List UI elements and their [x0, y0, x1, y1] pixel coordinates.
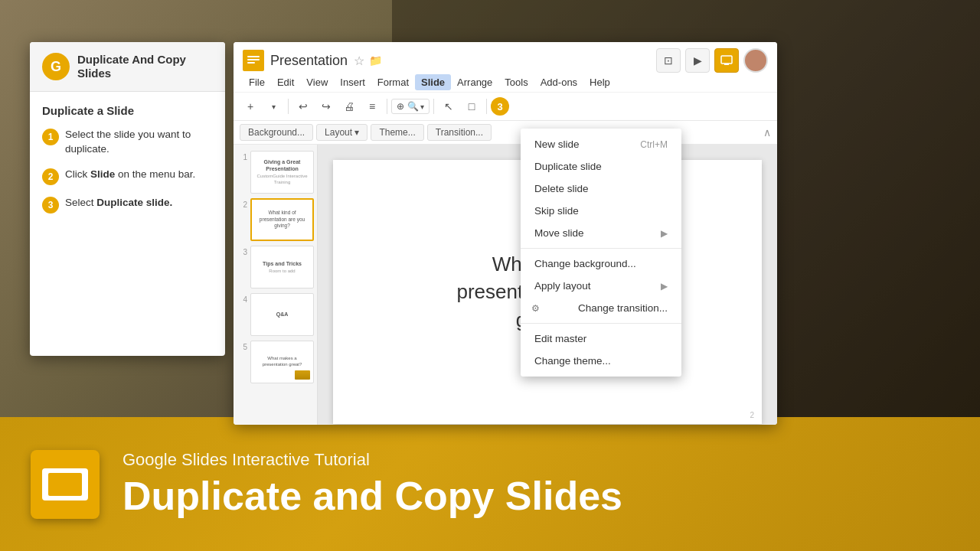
duplicate-slide-label: Duplicate slide — [534, 161, 602, 172]
menu-view[interactable]: View — [300, 74, 334, 90]
change-transition-label: Change transition... — [578, 302, 668, 314]
step-badge-3: 3 — [42, 197, 59, 214]
toolbar-sep-3 — [433, 99, 434, 114]
format-btn[interactable]: ≡ — [361, 96, 383, 117]
slides-window: Presentation ☆ 📁 ⊡ ▶ File Edit View Inse… — [234, 42, 777, 425]
share-button[interactable]: ▶ — [685, 48, 710, 73]
bottom-banner: Google Slides Interactive Tutorial Dupli… — [0, 417, 980, 551]
slide-thumb-2: 2 What kind of presentation are you givi… — [237, 198, 314, 241]
menu-slide[interactable]: Slide — [415, 74, 451, 90]
window-controls: ⊡ ▶ — [656, 48, 768, 73]
svg-rect-3 — [247, 62, 255, 64]
slide-page-number: 2 — [750, 411, 754, 419]
menu-item-change-theme[interactable]: Change theme... — [521, 350, 681, 372]
menu-file[interactable]: File — [243, 74, 271, 90]
banner-icon — [31, 450, 100, 519]
slide-num-5: 5 — [237, 343, 247, 351]
svg-rect-5 — [724, 64, 729, 65]
step-text-1: Select the slide you want to duplicate. — [65, 128, 213, 157]
slide-thumb-inner-5[interactable]: What makes a presentation great? — [250, 341, 314, 383]
step-badge-2: 2 — [42, 168, 59, 185]
change-bg-label: Change background... — [534, 258, 636, 269]
menu-item-delete-slide[interactable]: Delete slide — [521, 178, 681, 200]
menu-item-edit-master[interactable]: Edit master — [521, 328, 681, 350]
folder-icon[interactable]: 📁 — [369, 54, 382, 67]
doc-icon — [243, 50, 264, 71]
new-slide-shortcut: Ctrl+M — [640, 139, 668, 150]
new-slide-label: New slide — [534, 139, 580, 150]
banner-text: Google Slides Interactive Tutorial Dupli… — [122, 450, 622, 518]
sidebar-section-title: Duplicate a Slide — [42, 104, 213, 117]
theme-btn[interactable]: Theme... — [371, 124, 423, 141]
menu-format[interactable]: Format — [371, 74, 415, 90]
slide-thumb-inner-1[interactable]: Giving a Great Presentation CustomGuide … — [250, 151, 314, 194]
banner-subtitle: Google Slides Interactive Tutorial — [122, 450, 622, 470]
undo-btn[interactable]: ↩ — [292, 96, 314, 117]
menu-edit[interactable]: Edit — [271, 74, 300, 90]
slide-num-3: 3 — [237, 248, 247, 256]
secondary-toolbar: Background... Layout ▾ Theme... Transiti… — [234, 121, 777, 145]
slide-num-2: 2 — [237, 201, 247, 209]
svg-rect-1 — [247, 56, 260, 57]
slide-thumb-5: 5 What makes a presentation great? — [237, 341, 314, 383]
step-text-2: Click Slide on the menu bar. — [65, 168, 195, 182]
star-icon[interactable]: ☆ — [354, 54, 364, 68]
svg-rect-7 — [48, 473, 82, 496]
cursor-btn[interactable]: ↖ — [438, 96, 459, 117]
slide-thumb-inner-3[interactable]: Tips and Tricks Room to add — [250, 246, 314, 289]
menu-insert[interactable]: Insert — [334, 74, 371, 90]
apply-layout-arrow: ▶ — [661, 281, 668, 292]
edit-master-label: Edit master — [534, 333, 586, 344]
sidebar-logo: G — [42, 53, 70, 80]
sidebar-title: Duplicate And Copy Slides — [77, 53, 186, 80]
slide-5-image — [295, 370, 310, 380]
move-slide-arrow: ▶ — [661, 228, 668, 239]
zoom-dropdown: ▾ — [420, 103, 424, 111]
slide-num-1: 1 — [237, 153, 247, 161]
textbox-btn[interactable]: □ — [461, 96, 482, 117]
slide-thumb-1: 1 Giving a Great Presentation CustomGuid… — [237, 151, 314, 194]
sidebar-step-2: 2 Click Slide on the menu bar. — [42, 168, 213, 185]
delete-slide-label: Delete slide — [534, 183, 589, 194]
sidebar-header: G Duplicate And Copy Slides — [30, 42, 225, 92]
step-text-3: Select Duplicate slide. — [65, 196, 172, 210]
menu-help[interactable]: Help — [583, 74, 616, 90]
step-3-toolbar-badge: 3 — [491, 97, 509, 116]
new-slide-btn[interactable]: + — [240, 96, 261, 117]
menu-tools[interactable]: Tools — [498, 74, 534, 90]
move-slide-label: Move slide — [534, 227, 584, 239]
banner-title: Duplicate and Copy Slides — [122, 474, 622, 518]
user-avatar[interactable] — [743, 48, 768, 73]
menu-addons[interactable]: Add-ons — [534, 74, 583, 90]
slide-thumb-inner-2[interactable]: What kind of presentation are you giving… — [250, 198, 314, 241]
sidebar-step-1: 1 Select the slide you want to duplicate… — [42, 128, 213, 157]
present-button[interactable]: ⊡ — [656, 48, 681, 73]
menu-item-apply-layout[interactable]: Apply layout ▶ — [521, 275, 681, 297]
menu-arrange[interactable]: Arrange — [451, 74, 498, 90]
slide-thumb-3: 3 Tips and Tricks Room to add — [237, 246, 314, 289]
background-btn[interactable]: Background... — [240, 124, 313, 141]
present-main-button[interactable] — [714, 48, 739, 73]
print-btn[interactable]: 🖨 — [338, 96, 360, 117]
sidebar-content: Duplicate a Slide 1 Select the slide you… — [30, 92, 225, 236]
zoom-control[interactable]: ⊕ 🔍 ▾ — [391, 99, 430, 114]
collapse-btn[interactable]: ∧ — [763, 126, 771, 139]
menu-item-skip-slide[interactable]: Skip slide — [521, 200, 681, 222]
menu-item-change-background[interactable]: Change background... — [521, 253, 681, 275]
sidebar-logo-letter: G — [51, 59, 61, 75]
window-titlebar: Presentation ☆ 📁 ⊡ ▶ — [234, 42, 777, 73]
zoom-icon: ⊕ — [397, 101, 404, 112]
transition-btn[interactable]: Transition... — [427, 124, 492, 141]
menu-item-move-slide[interactable]: Move slide ▶ — [521, 222, 681, 244]
new-slide-dropdown[interactable]: ▾ — [263, 96, 284, 117]
toolbar: + ▾ ↩ ↪ 🖨 ≡ ⊕ 🔍 ▾ ↖ □ 3 — [234, 93, 777, 121]
menu-item-new-slide[interactable]: New slide Ctrl+M — [521, 133, 681, 155]
slide-thumb-inner-4[interactable]: Q&A — [250, 293, 314, 336]
dropdown-sep-2 — [521, 323, 681, 324]
layout-btn[interactable]: Layout ▾ — [316, 124, 368, 141]
menu-item-duplicate-slide[interactable]: Duplicate slide — [521, 155, 681, 178]
menu-item-change-transition[interactable]: ⚙ Change transition... — [521, 297, 681, 319]
redo-btn[interactable]: ↪ — [315, 96, 337, 117]
slide-thumb-4: 4 Q&A — [237, 293, 314, 336]
slide-panel: 1 Giving a Great Presentation CustomGuid… — [234, 145, 318, 425]
